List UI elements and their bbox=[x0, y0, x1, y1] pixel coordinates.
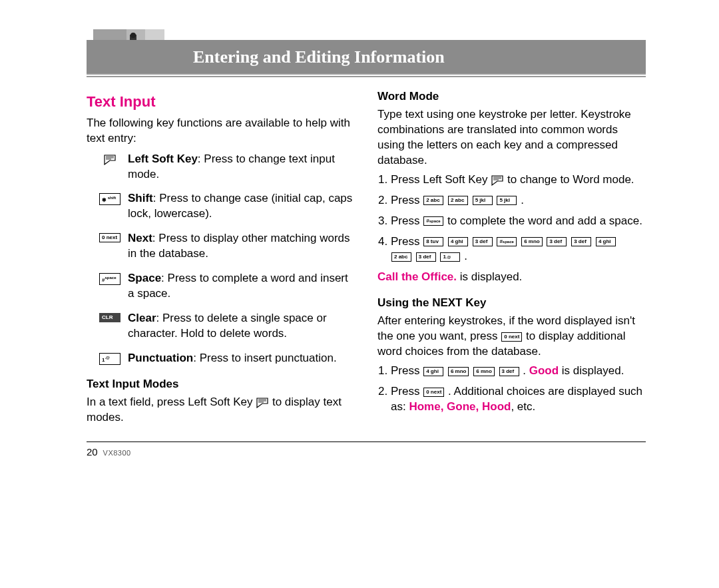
key-3def: 3 def bbox=[571, 237, 591, 246]
page-footer: 20 VX8300 bbox=[87, 441, 646, 457]
next-intro: After entering keystrokes, if the word d… bbox=[377, 314, 646, 360]
key-3def: 3 def bbox=[416, 252, 436, 262]
key-6mno: 6 mno bbox=[521, 237, 543, 246]
modes-text: In a text field, press Left Soft Key to … bbox=[87, 395, 355, 426]
key-2abc: 2 abc bbox=[391, 252, 411, 262]
key-hash: #space bbox=[497, 237, 517, 246]
key-text: Punctuation: Press to insert punctuation… bbox=[128, 351, 337, 366]
key-3def: 3 def bbox=[499, 367, 519, 376]
model-number: VX8300 bbox=[103, 449, 131, 457]
word-result: Call the Office. is displayed. bbox=[377, 270, 646, 285]
key-2abc: 2 abc bbox=[448, 196, 468, 205]
list-item: Press Left Soft Key to change to Word mo… bbox=[391, 172, 646, 188]
key-text: Space: Press to complete a word and inse… bbox=[128, 271, 355, 302]
list-item: Press 2 abc 2 abc 5 jkl 5 jkl . bbox=[391, 193, 646, 208]
key-4ghi: 4 ghi bbox=[596, 237, 616, 246]
key-text: Next: Press to display other matching wo… bbox=[128, 231, 355, 262]
key-6mno: 6 mno bbox=[473, 367, 495, 376]
section-heading: Text Input bbox=[87, 92, 355, 112]
key-5jkl: 5 jkl bbox=[473, 196, 493, 205]
right-column: Word Mode Type text using one keystroke … bbox=[377, 87, 646, 426]
key-3def: 3 def bbox=[473, 237, 493, 246]
modes-heading: Text Input Modes bbox=[87, 377, 355, 392]
intro-text: The following key functions are availabl… bbox=[87, 116, 355, 147]
key-0next: 0 next bbox=[501, 332, 522, 342]
list-item: Press 0 next . Additional choices are di… bbox=[391, 384, 646, 415]
key-1: 1.@ bbox=[440, 252, 460, 262]
key-row-next: 0 next Next: Press to display other matc… bbox=[99, 231, 355, 262]
star-key-icon: ✱ shift bbox=[99, 191, 121, 205]
word-mode-steps: Press Left Soft Key to change to Word mo… bbox=[377, 172, 646, 265]
left-soft-key-icon bbox=[256, 397, 269, 408]
key-row-space: #space Space: Press to complete a word a… bbox=[99, 271, 355, 302]
manual-page: Entering and Editing Information Text In… bbox=[0, 0, 719, 477]
key-2abc: 2 abc bbox=[423, 196, 443, 205]
key-3def: 3 def bbox=[547, 237, 567, 246]
key-row-clear: CLR Clear: Press to delete a single spac… bbox=[99, 311, 355, 342]
content-columns: Text Input The following key functions a… bbox=[87, 87, 646, 426]
key-row-punct: 1.@ Punctuation: Press to insert punctua… bbox=[99, 351, 355, 366]
key-text: Shift: Press to change case (initial cap… bbox=[128, 191, 355, 222]
key-0next: 0 next bbox=[423, 388, 444, 397]
key-text: Clear: Press to delete a single space or… bbox=[128, 311, 355, 342]
key-text: Left Soft Key: Press to change text inpu… bbox=[128, 152, 355, 182]
word-mode-heading: Word Mode bbox=[377, 89, 646, 105]
key-6mno: 6 mno bbox=[448, 367, 469, 376]
next-key-heading: Using the NEXT Key bbox=[377, 296, 646, 311]
hash-space-key-icon: #space bbox=[99, 271, 121, 285]
chapter-header: Entering and Editing Information bbox=[87, 40, 646, 75]
page-number: 20 bbox=[87, 446, 98, 457]
key-4ghi: 4 ghi bbox=[423, 367, 443, 376]
next-key-steps: Press 4 ghi 6 mno 6 mno 3 def . Good is … bbox=[377, 364, 646, 415]
svg-point-4 bbox=[130, 33, 136, 38]
zero-next-key-icon: 0 next bbox=[99, 231, 121, 242]
left-column: Text Input The following key functions a… bbox=[87, 87, 355, 426]
key-8tuv: 8 tuv bbox=[423, 237, 443, 246]
list-item: Press 4 ghi 6 mno 6 mno 3 def . Good is … bbox=[391, 364, 646, 379]
key-5jkl: 5 jkl bbox=[497, 196, 517, 205]
list-item: Press 8 tuv 4 ghi 3 def #space 6 mno 3 d… bbox=[391, 234, 646, 265]
list-item: Press #space to complete the word and ad… bbox=[391, 214, 646, 229]
chapter-title: Entering and Editing Information bbox=[193, 47, 445, 67]
left-soft-key-icon bbox=[99, 152, 121, 165]
one-key-icon: 1.@ bbox=[99, 351, 121, 365]
key-row-shift: ✱ shift Shift: Press to change case (ini… bbox=[99, 191, 355, 222]
left-soft-key-icon bbox=[491, 174, 504, 186]
clr-key-icon: CLR bbox=[99, 311, 121, 322]
key-row-leftsoft: Left Soft Key: Press to change text inpu… bbox=[99, 152, 355, 182]
key-4ghi: 4 ghi bbox=[448, 237, 468, 246]
key-hash: #space bbox=[423, 216, 443, 226]
word-intro: Type text using one keystroke per letter… bbox=[377, 107, 646, 168]
